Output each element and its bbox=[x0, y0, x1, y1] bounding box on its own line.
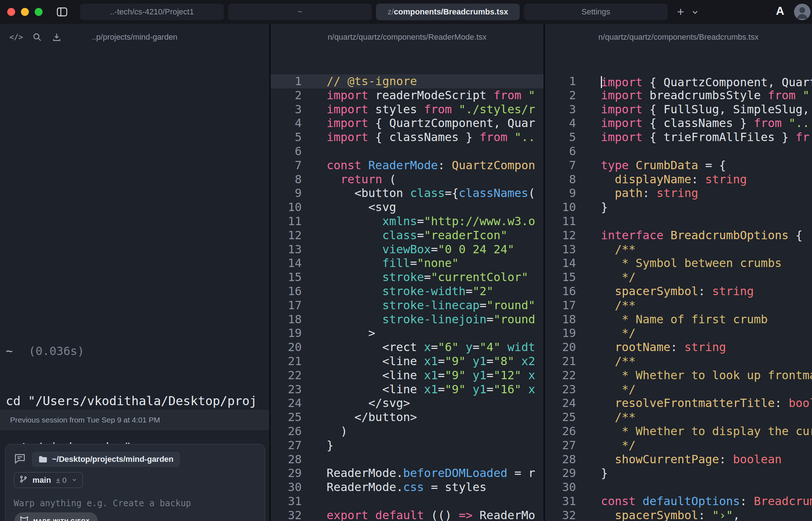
download-icon[interactable] bbox=[51, 32, 62, 43]
code-line[interactable]: 11 bbox=[545, 214, 812, 228]
tab-settings[interactable]: Settings bbox=[524, 4, 668, 20]
code-line[interactable]: 22 <line x1="9" y1="12" x bbox=[271, 368, 543, 382]
code-line[interactable]: 14 fill="none" bbox=[271, 256, 543, 270]
code-line[interactable]: 7type CrumbData = { bbox=[545, 158, 812, 172]
code-line[interactable]: 28 showCurrentPage: boolean bbox=[545, 452, 812, 467]
code-line[interactable]: 2import readerModeScript from " bbox=[271, 88, 543, 102]
tab-label: Settings bbox=[581, 7, 610, 17]
line-number: 19 bbox=[545, 326, 576, 340]
code-view-icon[interactable]: </> bbox=[9, 32, 23, 43]
code-line[interactable]: 7const ReaderMode: QuartzCompon bbox=[271, 158, 543, 172]
code-line[interactable]: 4import { classNames } from ".. bbox=[545, 116, 812, 130]
terminal-command-input[interactable] bbox=[14, 498, 257, 508]
line-number: 29 bbox=[271, 466, 302, 480]
chevron-down-icon[interactable] bbox=[71, 476, 77, 485]
code-editor[interactable]: 1// @ts-ignore2import readerModeScript f… bbox=[271, 74, 543, 521]
code-line[interactable]: 5import { trieFromAllFiles } fr bbox=[545, 130, 812, 144]
code-line[interactable]: 32 spacerSymbol: "›", bbox=[545, 508, 812, 521]
code-line[interactable]: 3import styles from "./styles/r bbox=[271, 102, 543, 117]
search-icon[interactable] bbox=[32, 32, 43, 43]
close-window-button[interactable] bbox=[7, 8, 15, 16]
avatar[interactable] bbox=[794, 4, 811, 20]
code-line[interactable]: 14 * Symbol between crumbs bbox=[545, 256, 812, 270]
code-line[interactable]: 9 path: string bbox=[545, 186, 812, 200]
code-line[interactable]: 32export default (() => ReaderMo bbox=[271, 508, 543, 521]
code-line[interactable]: 17 stroke-linecap="round" bbox=[271, 298, 543, 312]
code-line[interactable]: 28 bbox=[271, 452, 543, 467]
working-directory-chip[interactable]: ~/Desktop/projects/mind-garden bbox=[32, 452, 180, 467]
code-line[interactable]: 25 </button> bbox=[271, 410, 543, 424]
line-number: 14 bbox=[271, 256, 302, 270]
sidebar-toggle-icon[interactable] bbox=[56, 6, 69, 18]
terminal-input-card[interactable]: ~/Desktop/projects/mind-garden main ± 0 bbox=[5, 444, 265, 521]
code-line[interactable]: 20 rootName: string bbox=[545, 340, 812, 354]
code-line[interactable]: 23 <line x1="9" y1="16" x bbox=[271, 382, 543, 397]
code-line[interactable]: 15 stroke="currentColor" bbox=[271, 270, 543, 284]
code-line[interactable]: 16 spacerSymbol: string bbox=[545, 284, 812, 298]
code-line[interactable]: 26 * Whether to display the current bbox=[545, 424, 812, 438]
code-line[interactable]: 30 bbox=[545, 480, 812, 494]
code-line[interactable]: 6 bbox=[545, 144, 812, 158]
code-line[interactable]: 22 * Whether to look up frontmatter bbox=[545, 368, 812, 382]
terminal-pane-header: </> ..p/projects/mind-garden bbox=[0, 24, 269, 51]
code-line[interactable]: 27} bbox=[271, 438, 543, 452]
code-line[interactable]: 23 */ bbox=[545, 382, 812, 397]
code-line[interactable]: 12 class="readerIcon" bbox=[271, 228, 543, 242]
code-line[interactable]: 5import { classNames } from ".. bbox=[271, 130, 543, 144]
code-line[interactable]: 20 <rect x="6" y="4" widt bbox=[271, 340, 543, 354]
code-line[interactable]: 19 */ bbox=[545, 326, 812, 340]
line-number: 27 bbox=[545, 438, 576, 452]
code-line[interactable]: 6 bbox=[271, 144, 543, 158]
code-line[interactable]: 24 resolveFrontmatterTitle: boolean bbox=[545, 396, 812, 410]
tab-list-chevron-icon[interactable] bbox=[691, 8, 699, 18]
code-line[interactable]: 16 stroke-width="2" bbox=[271, 284, 543, 298]
tab-project1[interactable]: ..-tech/cs-4210/Project1 bbox=[80, 4, 224, 20]
code-line[interactable]: 19 > bbox=[271, 326, 543, 340]
code-line[interactable]: 27 */ bbox=[545, 438, 812, 452]
code-line[interactable]: 8 return ( bbox=[271, 172, 543, 187]
code-line[interactable]: 21 <line x1="9" y1="8" x2 bbox=[271, 354, 543, 368]
code-line[interactable]: 1import { QuartzComponent, Quart bbox=[545, 74, 812, 88]
code-line[interactable]: 21 /** bbox=[545, 354, 812, 368]
code-line[interactable]: 10 <svg bbox=[271, 200, 543, 214]
code-line[interactable]: 26 ) bbox=[271, 424, 543, 438]
minimize-window-button[interactable] bbox=[21, 8, 29, 16]
code-line[interactable]: 31 bbox=[271, 494, 543, 508]
code-line[interactable]: 12interface BreadcrumbOptions { bbox=[545, 228, 812, 242]
code-line[interactable]: 25 /** bbox=[545, 410, 812, 424]
code-line[interactable]: 13 /** bbox=[545, 242, 812, 257]
line-number: 32 bbox=[271, 508, 302, 521]
line-number: 17 bbox=[271, 298, 302, 312]
code-line[interactable]: 2import breadcrumbsStyle from " bbox=[545, 88, 812, 102]
code-line[interactable]: 4import { QuartzComponent, Quar bbox=[271, 116, 543, 130]
code-line[interactable]: 24 </svg> bbox=[271, 396, 543, 410]
line-number: 13 bbox=[545, 242, 576, 257]
new-tab-button[interactable]: + bbox=[673, 3, 688, 20]
code-line[interactable]: 10} bbox=[545, 200, 812, 214]
code-line[interactable]: 29} bbox=[545, 466, 812, 480]
line-number: 1 bbox=[545, 74, 576, 88]
code-line[interactable]: 11 xmlns="http://www.w3.o bbox=[271, 214, 543, 228]
maximize-window-button[interactable] bbox=[35, 8, 43, 16]
code-line[interactable]: 18 * Name of first crumb bbox=[545, 312, 812, 327]
tab-home[interactable]: ~ bbox=[228, 4, 372, 20]
git-status-pill[interactable]: main ± 0 bbox=[14, 472, 83, 488]
code-line[interactable]: 29ReaderMode.beforeDOMLoaded = r bbox=[271, 466, 543, 480]
tab-breadcrumbs[interactable]: z/components/Breadcrumbs.tsx bbox=[376, 4, 520, 20]
code-line[interactable]: 8 displayName: string bbox=[545, 172, 812, 187]
code-line[interactable]: 30ReaderMode.css = styles bbox=[271, 480, 543, 494]
code-line[interactable]: 1// @ts-ignore bbox=[271, 74, 543, 88]
code-line[interactable]: 3import { FullSlug, SimpleSlug, bbox=[545, 102, 812, 117]
app-logo-icon: A bbox=[776, 4, 784, 18]
code-line[interactable]: 31const defaultOptions: Breadcrumb bbox=[545, 494, 812, 508]
code-line[interactable]: 18 stroke-linejoin="round bbox=[271, 312, 543, 327]
code-line[interactable]: 17 /** bbox=[545, 298, 812, 312]
code-line[interactable]: 9 <button class={classNames( bbox=[271, 186, 543, 200]
line-number: 12 bbox=[271, 228, 302, 242]
code-line[interactable]: 15 */ bbox=[545, 270, 812, 284]
code-editor[interactable]: 1import { QuartzComponent, Quart2import … bbox=[545, 74, 812, 521]
line-number: 18 bbox=[545, 312, 576, 327]
line-number: 30 bbox=[545, 480, 576, 494]
chat-bubble-icon[interactable] bbox=[14, 453, 26, 465]
code-line[interactable]: 13 viewBox="0 0 24 24" bbox=[271, 242, 543, 257]
